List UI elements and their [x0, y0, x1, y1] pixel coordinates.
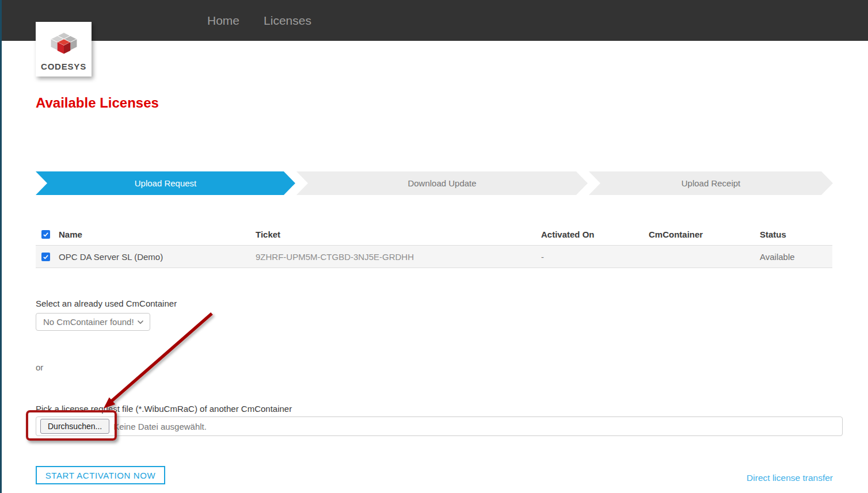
or-separator: or [36, 362, 43, 372]
page-title: Available Licenses [36, 95, 159, 111]
cmcontainer-select-label: Select an already used CmContainer [36, 299, 177, 308]
file-picker-label: Pick a license request file (*.WibuCmRaC… [36, 404, 292, 414]
step-download-update[interactable]: Download Update [296, 171, 588, 195]
direct-license-transfer-link[interactable]: Direct license transfer [747, 473, 833, 483]
cell-name: OPC DA Server SL (Demo) [59, 252, 256, 262]
browse-button[interactable]: Durchsuchen... [40, 419, 109, 434]
cell-ticket: 9ZHRF-UPM5M-CTGBD-3NJ5E-GRDHH [256, 252, 541, 262]
page: Home Licenses CODESYS Available Licenses… [0, 0, 868, 493]
nav-item-licenses[interactable]: Licenses [264, 14, 311, 28]
cube-icon [45, 27, 83, 62]
licenses-table: Name Ticket Activated On CmContainer Sta… [36, 224, 832, 268]
column-header-cmcontainer: CmContainer [649, 230, 760, 239]
column-header-name: Name [59, 230, 256, 239]
cell-activated-on: - [541, 252, 649, 262]
wizard-steps: Upload Request Download Update Upload Re… [36, 171, 833, 195]
cmcontainer-select-value: No CmContainer found! [43, 317, 137, 327]
table-row: OPC DA Server SL (Demo) 9ZHRF-UPM5M-CTGB… [36, 246, 832, 268]
step-upload-request[interactable]: Upload Request [36, 171, 295, 195]
table-header-row: Name Ticket Activated On CmContainer Sta… [36, 224, 832, 246]
nav-item-home[interactable]: Home [207, 14, 239, 28]
chevron-down-icon [137, 320, 144, 324]
check-icon [43, 231, 49, 238]
row-checkbox[interactable] [41, 253, 50, 261]
top-navbar: Home Licenses [0, 0, 868, 41]
nav-links: Home Licenses [207, 0, 311, 41]
cell-status: Available [760, 252, 832, 262]
column-header-activated-on: Activated On [541, 230, 649, 239]
codesys-logo[interactable]: CODESYS [36, 22, 92, 77]
window-edge-strip [0, 0, 2, 493]
column-header-ticket: Ticket [256, 230, 541, 239]
file-input[interactable]: Durchsuchen... Keine Datei ausgewählt. [36, 416, 843, 436]
cmcontainer-select[interactable]: No CmContainer found! [36, 313, 150, 331]
step-upload-receipt[interactable]: Upload Receipt [589, 171, 833, 195]
logo-text: CODESYS [41, 62, 86, 71]
select-all-checkbox[interactable] [41, 230, 50, 239]
check-icon [43, 254, 49, 260]
column-header-status: Status [760, 230, 832, 239]
no-file-selected-text: Keine Datei ausgewählt. [113, 422, 207, 431]
start-activation-button[interactable]: START ACTIVATION NOW [36, 466, 165, 484]
